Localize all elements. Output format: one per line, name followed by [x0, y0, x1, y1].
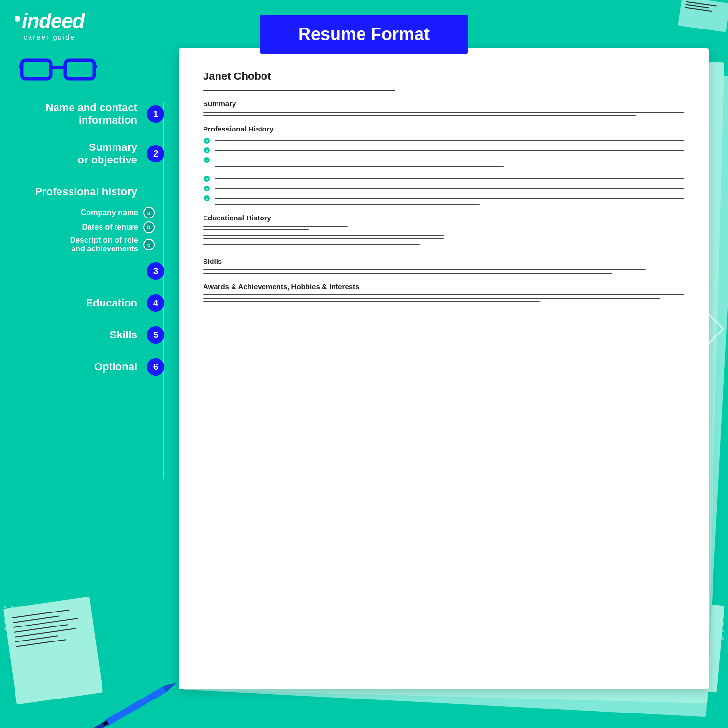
sidebar-subitem-badge-b: b	[143, 221, 155, 233]
awards-title: Awards & Achievements, Hobbies & Interes…	[203, 282, 684, 291]
sidebar-subitem-description: Description of roleand achievements c	[0, 236, 164, 253]
sidebar-badge-4: 4	[147, 294, 164, 312]
sidebar-item-optional: Optional 6	[0, 358, 164, 376]
bullet-b1-line	[215, 150, 684, 151]
sidebar-badge-3: 3	[147, 262, 164, 280]
sidebar-badge-5: 5	[147, 326, 164, 344]
summary-title: Summary	[203, 100, 684, 108]
skills-line2	[203, 273, 612, 274]
indeed-logo: indeed career guide	[15, 10, 84, 41]
paper-scrap-left	[3, 597, 103, 704]
sidebar-badge-1: 1	[147, 105, 164, 123]
bullet-a1: a	[203, 137, 211, 145]
professional-title: Professional History	[203, 125, 684, 133]
sidebar-subitem-dates: Dates of tenure b	[0, 221, 164, 233]
awards-section: Awards & Achievements, Hobbies & Interes…	[203, 282, 684, 302]
prof-line2	[215, 204, 480, 205]
skills-title: Skills	[203, 257, 684, 265]
pen-icon	[90, 676, 181, 728]
awards-line3	[203, 301, 540, 302]
edu-line5	[203, 244, 420, 245]
sidebar-item-education: Education 4	[0, 294, 164, 312]
sidebar-item-summary: Summary or objective 2	[0, 141, 164, 166]
bullet-a2-line	[215, 178, 684, 179]
sidebar-subitem-badge-c: c	[143, 239, 155, 250]
sidebar-label-2b: or objective	[78, 154, 137, 166]
skills-line1	[203, 269, 646, 270]
sidebar-item-contact: Name and contact information 1	[0, 102, 164, 127]
sidebar-sub-items: Company name a Dates of tenure b Descrip…	[0, 207, 164, 256]
edu-line3	[203, 235, 444, 236]
edu-line6	[203, 248, 386, 248]
sidebar-item-professional: Professional history	[0, 186, 164, 198]
awards-line1	[203, 294, 684, 295]
svg-rect-5	[104, 686, 166, 726]
page-title: Resume Format	[260, 15, 468, 54]
sidebar-subitem-badge-a: a	[143, 207, 155, 218]
brand-tagline: career guide	[15, 33, 84, 41]
prof-bullet-b2: b	[203, 185, 684, 192]
prof-bullet-c2: c	[203, 194, 684, 202]
name-underline	[203, 87, 468, 87]
bullet-c1: c	[203, 156, 211, 164]
bullet-a1-line	[215, 140, 684, 141]
sidebar-label-3: Professional history	[35, 186, 137, 198]
prof-bullet-a1: a	[203, 137, 684, 145]
resume-paper: Janet Chobot Summary Professional Histor…	[179, 48, 709, 689]
svg-rect-1	[65, 60, 94, 79]
prof-bullet-b1: b	[203, 146, 684, 154]
bullet-a2: a	[203, 175, 211, 183]
bullet-b2: b	[203, 185, 211, 192]
sidebar-label-1b: information	[46, 114, 138, 127]
bullet-c1-line	[215, 160, 684, 160]
sidebar-subitem-company-label: Company name	[81, 208, 138, 217]
education-section: Educational History	[203, 214, 684, 248]
bullet-c2-line	[215, 198, 684, 199]
svg-marker-6	[163, 679, 179, 692]
sidebar-badge-2: 2	[147, 145, 164, 162]
education-title: Educational History	[203, 214, 684, 222]
sidebar-subitem-description-label: Description of roleand achievements	[70, 236, 138, 253]
professional-section: Professional History a b c a b	[203, 125, 684, 205]
brand-name: indeed	[22, 10, 84, 33]
summary-line2	[203, 115, 636, 116]
bullet-b2-line	[215, 188, 684, 189]
summary-line1	[203, 112, 684, 113]
sidebar-badge-6: 6	[147, 358, 164, 376]
glasses-icon	[19, 53, 97, 89]
sidebar: Name and contact information 1 Summary o…	[0, 102, 164, 390]
awards-line2	[203, 298, 660, 299]
sidebar-subitem-dates-label: Dates of tenure	[82, 223, 138, 232]
skills-section: Skills	[203, 257, 684, 274]
svg-rect-0	[22, 60, 51, 79]
bullet-c2: c	[203, 194, 211, 202]
prof-bullet-a2: a	[203, 175, 684, 183]
bullet-b1: b	[203, 146, 211, 154]
sidebar-label-5: Skills	[110, 329, 137, 341]
sidebar-label-4: Education	[86, 297, 137, 309]
sidebar-label-1: Name and contact	[46, 102, 138, 114]
resume-name: Janet Chobot	[203, 70, 684, 83]
sidebar-subitem-company: Company name a	[0, 207, 164, 218]
prof-bullet-c1: c	[203, 156, 684, 164]
summary-section: Summary	[203, 100, 684, 116]
edu-line2	[203, 229, 309, 230]
sidebar-label-2: Summary	[78, 141, 137, 154]
prof-line1	[215, 166, 504, 167]
sidebar-label-6: Optional	[94, 361, 137, 373]
resume-stack: Janet Chobot Summary Professional Histor…	[179, 48, 709, 689]
edu-line1	[203, 226, 348, 227]
sidebar-item-skills: Skills 5	[0, 326, 164, 344]
edu-line4	[203, 238, 444, 239]
name-underline2	[203, 90, 395, 91]
